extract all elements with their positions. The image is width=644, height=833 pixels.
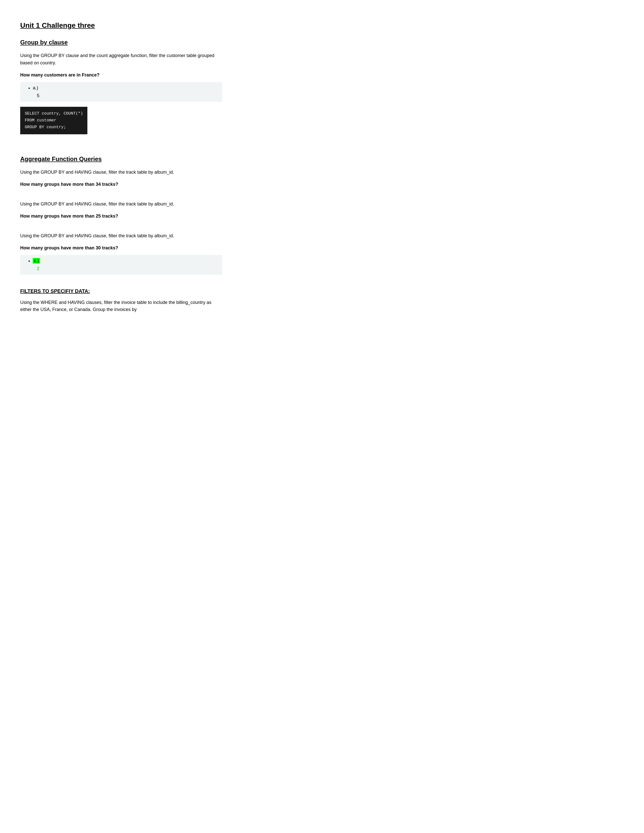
filters-description: Using the WHERE and HAVING clauses, filt… bbox=[20, 299, 222, 314]
answer-value-france: 5 bbox=[37, 92, 217, 99]
question-france: How many customers are in France? bbox=[20, 72, 222, 79]
question-section-34: Using the GROUP BY and HAVING clause, fi… bbox=[20, 169, 222, 188]
section-aggregate: Aggregate Function Queries Using the GRO… bbox=[20, 154, 222, 274]
section-description-group-by: Using the GROUP BY clause and the count … bbox=[20, 52, 222, 67]
answer-option-a: a.) bbox=[33, 85, 217, 92]
code-line-1: SELECT country, COUNT(*) bbox=[25, 110, 83, 117]
code-block-sql: SELECT country, COUNT(*) FROM customer G… bbox=[20, 107, 87, 135]
filters-title: FILTERS TO SPECIFIY DATA: bbox=[20, 287, 222, 295]
question-section-25: Using the GROUP BY and HAVING clause, fi… bbox=[20, 200, 222, 220]
answer-value-30: 2 bbox=[37, 265, 217, 272]
description-25: Using the GROUP BY and HAVING clause, fi… bbox=[20, 200, 222, 208]
code-line-2: FROM customer bbox=[25, 117, 83, 124]
section-title-group-by: Group by clause bbox=[20, 38, 222, 47]
answer-block-30: c.) 2 bbox=[20, 255, 222, 275]
question-section-30: Using the GROUP BY and HAVING clause, fi… bbox=[20, 232, 222, 275]
section-group-by: Group by clause Using the GROUP BY claus… bbox=[20, 38, 222, 145]
answer-option-c: c.) bbox=[33, 257, 217, 264]
section-filters: FILTERS TO SPECIFIY DATA: Using the WHER… bbox=[20, 287, 222, 314]
question-30-tracks: How many groups have more than 30 tracks… bbox=[20, 244, 222, 251]
question-25-tracks: How many groups have more than 25 tracks… bbox=[20, 213, 222, 220]
section-title-aggregate: Aggregate Function Queries bbox=[20, 154, 222, 164]
code-line-3: GROUP BY country; bbox=[25, 124, 83, 131]
main-title: Unit 1 Challenge three bbox=[20, 20, 222, 31]
description-34: Using the GROUP BY and HAVING clause, fi… bbox=[20, 169, 222, 176]
answer-label-highlighted: c.) bbox=[33, 258, 40, 264]
question-34-tracks: How many groups have more than 34 tracks… bbox=[20, 181, 222, 188]
description-30: Using the GROUP BY and HAVING clause, fi… bbox=[20, 232, 222, 240]
answer-block-france: a.) 5 bbox=[20, 82, 222, 102]
